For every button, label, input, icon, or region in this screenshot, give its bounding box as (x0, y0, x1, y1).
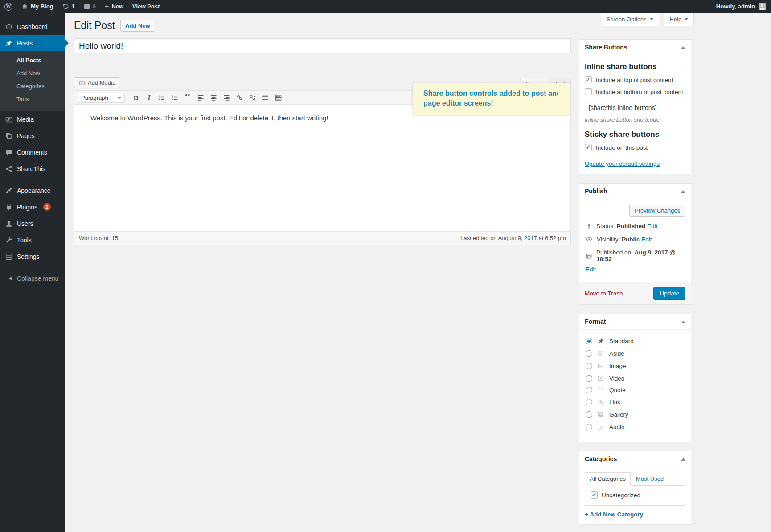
tab-most-used[interactable]: Most Used (631, 473, 669, 485)
sharethis-callout-bubble: Share button controls added to post and … (413, 83, 570, 115)
publish-panel-header[interactable]: Publish (579, 184, 691, 199)
visibility-label: Visibility: (597, 236, 620, 243)
add-media-button[interactable]: Add Media (74, 77, 120, 88)
wordpress-menu[interactable]: W (0, 0, 17, 13)
sidebar-item-users[interactable]: Users (0, 215, 65, 232)
post-title-input[interactable] (74, 38, 571, 53)
admin-bar-account[interactable]: Howdy, admin (716, 3, 771, 10)
share-icon (4, 164, 13, 173)
format-radio-gallery[interactable] (586, 411, 592, 418)
view-post-link[interactable]: View Post (128, 0, 164, 13)
align-center-button[interactable] (208, 92, 220, 103)
updates-link[interactable]: 1 (58, 0, 79, 13)
collapse-panel-icon[interactable] (681, 188, 685, 193)
plugins-update-badge: 1 (43, 203, 51, 211)
sidebar-item-sharethis[interactable]: ShareThis (0, 160, 65, 177)
sidebar-item-plugins[interactable]: Plugins 1 (0, 199, 65, 215)
site-name: My Blog (31, 3, 53, 10)
format-radio-audio[interactable] (586, 424, 592, 430)
sidebar-collapse-menu[interactable]: Collapse menu (0, 270, 65, 286)
format-panel-header[interactable]: Format (579, 314, 691, 330)
share-buttons-panel-header[interactable]: Share Buttons (579, 40, 691, 55)
sidebar-item-appearance[interactable]: Appearance (0, 182, 65, 199)
collapse-panel-icon[interactable] (681, 456, 685, 461)
move-to-trash-link[interactable]: Move to Trash (585, 290, 623, 297)
include-post-checkbox[interactable] (585, 144, 592, 151)
format-label: Image (609, 363, 626, 369)
edit-published-date-link[interactable]: Edit (586, 266, 596, 273)
status-value: Published (617, 223, 646, 229)
paragraph-select[interactable]: Paragraph (78, 93, 125, 103)
chevron-down-icon (118, 97, 121, 101)
comments-link[interactable]: 0 (79, 0, 100, 13)
bold-button[interactable]: B (130, 92, 142, 103)
edit-status-link[interactable]: Edit (647, 223, 657, 229)
submenu-tags[interactable]: Tags (0, 93, 65, 106)
collapse-panel-icon[interactable] (681, 44, 685, 49)
include-bottom-checkbox[interactable] (585, 88, 592, 95)
sidebar-item-dashboard[interactable]: Dashboard (0, 18, 65, 35)
share-buttons-panel-body: Inline share buttons Include at top of p… (579, 55, 691, 174)
pages-icon (4, 131, 13, 140)
blockquote-button[interactable]: “ (182, 94, 194, 101)
site-name-link[interactable]: My Blog (17, 0, 58, 13)
italic-button[interactable]: I (143, 92, 155, 103)
sidebar-item-tools[interactable]: Tools (0, 232, 65, 248)
sidebar-item-settings[interactable]: Settings (0, 248, 65, 265)
unlink-button[interactable] (246, 92, 258, 103)
home-icon (21, 3, 28, 10)
paragraph-label: Paragraph (81, 94, 108, 101)
align-right-button[interactable] (221, 92, 233, 103)
format-radio-quote[interactable] (586, 387, 592, 393)
sidebar-item-comments[interactable]: Comments (0, 144, 65, 160)
link-button[interactable] (234, 92, 246, 103)
link-icon (597, 398, 605, 406)
category-label: Uncategorized (602, 492, 640, 499)
uncategorized-checkbox[interactable] (591, 491, 598, 499)
format-option-standard: Standard (586, 337, 685, 345)
format-radio-image[interactable] (586, 363, 592, 369)
format-radio-link[interactable] (586, 399, 592, 405)
sidebar-item-label: Media (17, 116, 34, 123)
collapse-panel-icon[interactable] (681, 319, 685, 323)
categories-panel-header[interactable]: Categories (579, 451, 691, 467)
collapse-arrow-icon (4, 274, 13, 282)
add-new-button[interactable]: Add New (120, 20, 155, 32)
media-icon (4, 115, 13, 123)
more-tag-button[interactable] (259, 92, 271, 103)
sidebar-item-media[interactable]: Media (0, 111, 65, 127)
sidebar-item-label: Comments (17, 149, 47, 156)
toolbar-toggle-button[interactable] (272, 92, 284, 103)
format-label: Quote (609, 387, 626, 393)
preview-changes-button[interactable]: Preview Changes (629, 205, 685, 217)
sidebar-item-pages[interactable]: Pages (0, 127, 65, 144)
submenu-all-posts[interactable]: All Posts (0, 54, 65, 67)
format-radio-video[interactable] (586, 375, 592, 382)
edit-visibility-link[interactable]: Edit (641, 236, 652, 243)
submenu-categories[interactable]: Categories (0, 80, 65, 93)
post-content: Welcome to WordPress. This is your first… (90, 113, 331, 123)
page-title: Edit Post (74, 20, 115, 32)
numbered-list-button[interactable] (169, 92, 181, 103)
bullet-list-button[interactable] (156, 92, 168, 103)
format-radio-standard[interactable] (586, 338, 592, 344)
inline-share-heading: Inline share buttons (585, 62, 685, 71)
help-button[interactable]: Help (664, 13, 694, 26)
format-panel: Format Standard Aside (579, 314, 691, 442)
help-label: Help (670, 16, 682, 23)
include-top-checkbox[interactable] (585, 76, 592, 83)
sidebar-item-posts[interactable]: Posts (0, 35, 65, 51)
format-radio-aside[interactable] (586, 350, 592, 357)
update-button[interactable]: Update (653, 287, 685, 300)
align-left-button[interactable] (195, 92, 207, 103)
editor-content-area[interactable]: Welcome to WordPress. This is your first… (74, 105, 570, 231)
screen-options-label: Screen Options (607, 16, 647, 23)
update-default-settings-link[interactable]: Update your default settings (585, 160, 660, 167)
tab-all-categories[interactable]: All Categories (585, 472, 631, 486)
new-content-link[interactable]: + New (100, 0, 128, 13)
audio-icon: ♫ (597, 423, 605, 431)
inline-shortcode-input[interactable] (585, 102, 685, 114)
submenu-add-new[interactable]: Add New (0, 67, 65, 80)
screen-options-button[interactable]: Screen Options (601, 13, 659, 26)
add-new-category-link[interactable]: + Add New Category (585, 511, 643, 518)
